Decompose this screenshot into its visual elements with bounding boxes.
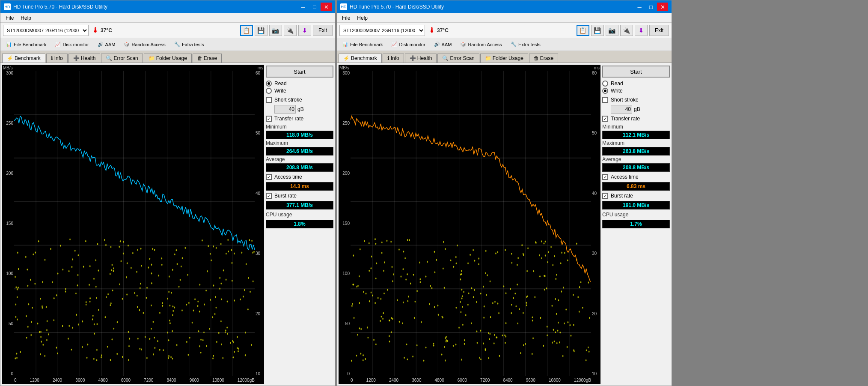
maximize-button[interactable]: □ — [645, 3, 657, 11]
tab-error-scan[interactable]: 🔍 Error Scan — [437, 54, 479, 63]
start-button[interactable]: Start — [266, 66, 333, 78]
maximize-button[interactable]: □ — [309, 3, 320, 11]
svg-point-206 — [167, 298, 168, 300]
menu-file[interactable]: File — [2, 14, 17, 22]
drive-select[interactable]: ST12000DM0007-2GR116 (12000 gB) — [339, 25, 425, 36]
camera-button[interactable]: 📷 — [606, 25, 618, 36]
svg-point-20 — [251, 240, 253, 242]
short-stroke-checkbox[interactable]: Short stroke — [266, 97, 333, 103]
copy-button[interactable]: 📋 — [240, 25, 253, 36]
svg-point-347 — [559, 341, 560, 344]
svg-point-288 — [17, 288, 18, 290]
tab-folder-usage[interactable]: 📁 Folder Usage — [480, 54, 528, 63]
disk-monitor-button[interactable]: 📈 Disk monitor — [51, 39, 92, 50]
x-label-12000: 12000gB — [238, 378, 255, 383]
svg-point-549 — [499, 355, 500, 357]
menu-file[interactable]: File — [339, 14, 354, 22]
svg-point-116 — [247, 308, 249, 311]
svg-point-184 — [116, 353, 118, 355]
transfer-rate-checkbox[interactable]: ✓ Transfer rate — [602, 116, 670, 122]
tab-info[interactable]: ℹ Info — [383, 54, 404, 63]
camera-button[interactable]: 📷 — [269, 25, 282, 36]
read-radio-label[interactable]: Read — [602, 81, 670, 87]
chart-svg — [351, 71, 591, 376]
tab-health[interactable]: ➕ Health — [405, 54, 437, 63]
plugin-button[interactable]: 🔌 — [284, 25, 297, 36]
gb-input[interactable] — [274, 105, 296, 114]
tab-info[interactable]: ℹ Info — [46, 54, 68, 63]
folder-usage-icon: 📁 — [149, 55, 155, 61]
disk-monitor-button[interactable]: 📈 Disk monitor — [387, 39, 429, 50]
download-button[interactable]: ⬇ — [635, 25, 648, 36]
tab-benchmark[interactable]: ⚡ Benchmark — [339, 54, 382, 63]
tab-bar: ⚡ Benchmark ℹ Info ➕ Health 🔍 Error Scan… — [0, 51, 335, 63]
minimize-button[interactable]: ─ — [297, 3, 309, 11]
menu-help[interactable]: Help — [354, 14, 371, 22]
svg-point-411 — [505, 249, 506, 251]
svg-point-574 — [505, 335, 506, 338]
access-time-checkbox[interactable]: ✓ Access time — [266, 174, 333, 180]
svg-point-479 — [544, 242, 545, 245]
svg-point-381 — [363, 291, 364, 293]
write-radio-label[interactable]: Write — [602, 88, 670, 94]
tab-health[interactable]: ➕ Health — [68, 54, 101, 63]
tab-benchmark[interactable]: ⚡ Benchmark — [2, 54, 45, 63]
access-time-checkbox[interactable]: ✓ Access time — [602, 174, 670, 180]
read-radio-label[interactable]: Read — [266, 81, 333, 87]
plugin-button[interactable]: 🔌 — [620, 25, 633, 36]
x-label-12000: 12000gB — [574, 378, 591, 383]
maximum-label: Maximum — [266, 140, 333, 146]
start-button[interactable]: Start — [602, 66, 670, 78]
svg-point-572 — [407, 239, 408, 241]
exit-button[interactable]: Exit — [649, 25, 669, 36]
svg-point-218 — [101, 356, 102, 359]
svg-point-151 — [151, 263, 152, 266]
save-button[interactable]: 💾 — [255, 25, 268, 36]
toolbar: ST12000DM0007-2GR116 (12000 gB) 🌡 37°C 📋… — [0, 23, 335, 38]
y-label-200: 200 — [3, 171, 13, 176]
svg-point-129 — [15, 357, 16, 359]
copy-button[interactable]: 📋 — [577, 25, 589, 36]
aam-button[interactable]: 🔊 AAM — [94, 39, 119, 50]
svg-point-83 — [143, 312, 144, 314]
random-access-button[interactable]: 🎲 Random Access — [456, 39, 505, 50]
read-radio-circle — [266, 81, 272, 87]
aam-icon: 🔊 — [434, 42, 440, 47]
menu-help[interactable]: Help — [17, 14, 35, 22]
svg-point-430 — [399, 321, 400, 323]
exit-button[interactable]: Exit — [313, 25, 333, 36]
minimize-button[interactable]: ─ — [634, 3, 645, 11]
svg-point-364 — [460, 301, 461, 303]
y-labels-left: 300 250 200 150 100 50 0 — [2, 71, 14, 376]
svg-point-162 — [112, 338, 113, 341]
transfer-rate-checkbox[interactable]: ✓ Transfer rate — [266, 116, 333, 122]
drive-select[interactable]: ST12000DM0007-2GR116 (12000 gB) — [3, 25, 89, 36]
svg-point-391 — [489, 338, 490, 340]
burst-rate-checkbox[interactable]: ✓ Burst rate — [266, 193, 333, 199]
svg-point-584 — [447, 340, 449, 342]
extra-tests-button[interactable]: 🔧 Extra tests — [507, 39, 544, 50]
extra-tests-button[interactable]: 🔧 Extra tests — [170, 39, 208, 50]
short-stroke-checkbox[interactable]: Short stroke — [602, 97, 670, 103]
write-radio-label[interactable]: Write — [266, 88, 333, 94]
random-access-button[interactable]: 🎲 Random Access — [120, 39, 169, 50]
read-radio-circle — [602, 81, 608, 87]
tab-erase[interactable]: 🗑 Erase — [529, 54, 558, 63]
svg-point-143 — [95, 259, 97, 261]
burst-rate-checkbox[interactable]: ✓ Burst rate — [602, 193, 670, 199]
svg-point-539 — [416, 344, 418, 347]
close-button[interactable]: ✕ — [657, 3, 668, 11]
gb-input[interactable] — [611, 105, 632, 114]
download-button[interactable]: ⬇ — [298, 25, 311, 36]
file-benchmark-button[interactable]: 📊 File Benchmark — [2, 39, 50, 50]
file-benchmark-button[interactable]: 📊 File Benchmark — [339, 39, 386, 50]
svg-point-128 — [54, 297, 55, 299]
tab-erase[interactable]: 🗑 Erase — [193, 54, 222, 63]
aam-button[interactable]: 🔊 AAM — [430, 39, 456, 50]
tab-folder-usage[interactable]: 📁 Folder Usage — [144, 54, 192, 63]
svg-point-620 — [574, 350, 575, 353]
tab-error-scan[interactable]: 🔍 Error Scan — [101, 54, 143, 63]
save-button[interactable]: 💾 — [591, 25, 604, 36]
close-button[interactable]: ✕ — [321, 3, 332, 11]
svg-point-472 — [434, 306, 435, 308]
